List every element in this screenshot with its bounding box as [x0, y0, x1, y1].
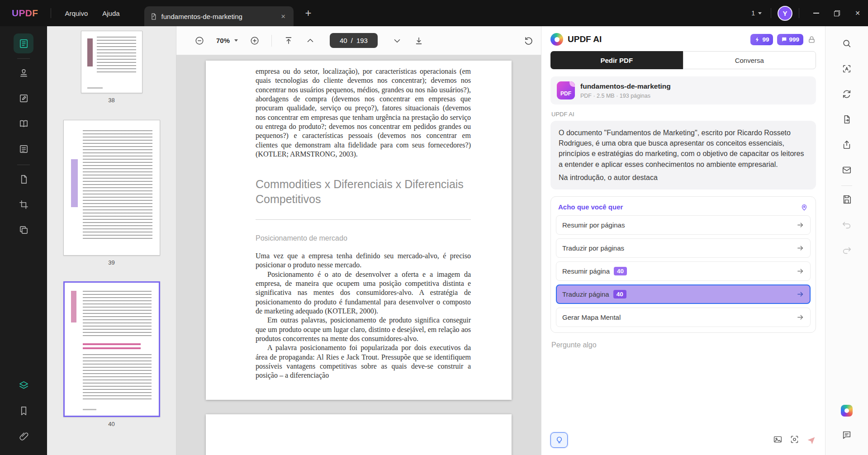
divider — [841, 185, 852, 186]
suggestion-resumir-por-paginas[interactable]: Resumir por páginas — [556, 215, 811, 235]
image-button[interactable] — [773, 435, 783, 446]
bookmarks-button[interactable] — [9, 399, 38, 424]
redo-button[interactable] — [833, 238, 860, 264]
share-button[interactable] — [833, 133, 860, 158]
form-tool-button[interactable] — [9, 137, 38, 162]
first-page-button[interactable] — [284, 36, 294, 46]
maximize-button[interactable] — [826, 0, 847, 26]
zoom-level-dropdown[interactable]: 70% — [216, 37, 238, 44]
zoom-in-button[interactable] — [250, 36, 260, 46]
file-name: fundamentos-de-marketing — [580, 82, 671, 90]
minimize-button[interactable] — [806, 0, 826, 26]
avatar[interactable]: Y — [778, 6, 792, 21]
ai-input-area — [550, 337, 816, 455]
menu-ajuda[interactable]: Ajuda — [95, 9, 127, 17]
page-separator: / — [351, 37, 353, 44]
send-icon — [806, 436, 816, 445]
thumbnail-panel-button[interactable] — [9, 31, 38, 56]
divider — [271, 35, 272, 47]
suggestions-panel: Acho que você quer Resumir por páginas T… — [550, 196, 816, 333]
ai-panel-title: UPDF AI — [568, 34, 602, 44]
menu-arquivo[interactable]: Arquivo — [57, 9, 95, 17]
paperclip-icon — [19, 431, 29, 443]
titlebar: UPDF Arquivo Ajuda fundamentos-de-market… — [0, 0, 868, 26]
message-count: 999 — [789, 36, 799, 43]
chevron-down-icon — [758, 12, 762, 14]
updf-ai-button[interactable] — [833, 398, 860, 423]
reader-tool-button[interactable] — [9, 112, 38, 137]
ai-message: O documento "Fundamentos de Marketing", … — [550, 121, 816, 190]
file-card[interactable]: PDF fundamentos-de-marketing PDF · 2.5 M… — [550, 76, 816, 104]
document-canvas[interactable]: empresa ou do setor, localização), por c… — [176, 55, 541, 455]
arrow-right-icon — [797, 221, 804, 229]
attachments-button[interactable] — [9, 424, 38, 450]
suggestion-resumir-pagina[interactable]: Resumir página 40 — [556, 261, 811, 281]
thumb-decoration — [71, 159, 78, 207]
rotate-page-button[interactable] — [524, 36, 534, 46]
input-actions — [550, 432, 816, 448]
updf-logo: UPDF — [12, 8, 38, 19]
annotate-tool-button[interactable] — [9, 86, 38, 112]
last-page-button[interactable] — [414, 36, 424, 46]
close-button[interactable]: ✕ — [847, 0, 868, 26]
document-tab[interactable]: fundamentos-de-marketing ✕ — [144, 6, 294, 26]
suggestion-traduzir-pagina-selected[interactable]: Traduzir página 40 — [556, 284, 811, 304]
idea-suggestions-button[interactable] — [550, 432, 568, 448]
stamp-tool-button[interactable] — [9, 61, 38, 86]
thumbnail-page-40-selected[interactable] — [63, 281, 160, 417]
divider — [17, 58, 30, 59]
next-page-button[interactable] — [392, 36, 402, 46]
thumbnail-page-38[interactable] — [81, 31, 142, 93]
thumbnail-page-39[interactable] — [63, 120, 160, 256]
ask-input[interactable] — [550, 337, 816, 353]
divider — [799, 8, 799, 18]
thumb-text-lines — [97, 37, 136, 75]
suggestion-label: Traduzir página — [562, 290, 609, 298]
maximize-icon — [834, 10, 840, 16]
feedback-button[interactable] — [833, 423, 860, 449]
chat-bubble-icon — [781, 37, 787, 43]
organize-pages-button[interactable] — [9, 218, 38, 243]
tab-close-icon[interactable]: ✕ — [279, 12, 288, 21]
screenshot-icon — [790, 435, 799, 444]
suggestions-title: Acho que você quer — [558, 203, 623, 211]
crop-tool-button[interactable] — [9, 193, 38, 218]
zoom-out-button[interactable] — [194, 36, 204, 46]
new-tab-button[interactable]: + — [301, 7, 316, 19]
mail-button[interactable] — [833, 158, 860, 184]
previous-page-button[interactable] — [305, 36, 315, 46]
search-button[interactable] — [833, 32, 860, 57]
layers-button[interactable] — [9, 374, 38, 399]
window-body: 38 39 40 — [0, 26, 868, 455]
suggestion-label: Gerar Mapa Mental — [562, 313, 621, 321]
thumb-text-lines — [83, 354, 152, 401]
ai-message-paragraph: Na introdução, o autor destaca — [559, 172, 808, 183]
export-icon — [842, 114, 852, 126]
chevron-down-icon — [234, 39, 238, 42]
current-page: 40 — [340, 37, 347, 44]
screenshot-button[interactable] — [790, 435, 799, 446]
undo-button[interactable] — [833, 213, 860, 238]
suggestion-traduzir-por-paginas[interactable]: Traduzir por páginas — [556, 238, 811, 258]
convert-icon — [842, 89, 852, 101]
view-toolbar: 70% 40 / 193 — [176, 26, 541, 55]
lock-icon[interactable] — [807, 35, 816, 44]
page-indicator[interactable]: 40 / 193 — [330, 33, 378, 48]
ai-tabs: Pedir PDF Conversa — [550, 51, 816, 69]
ocr-button[interactable] — [833, 57, 860, 82]
document-tool-button[interactable] — [9, 167, 38, 193]
messages-badge[interactable]: 999 — [777, 34, 803, 45]
convert-button[interactable] — [833, 82, 860, 108]
pin-icon[interactable] — [800, 203, 808, 211]
window-count-dropdown[interactable]: 1 — [749, 9, 764, 17]
export-button[interactable] — [833, 108, 860, 133]
send-button[interactable] — [806, 436, 816, 445]
credits-badge[interactable]: 99 — [750, 34, 773, 45]
tab-conversa[interactable]: Conversa — [683, 51, 816, 69]
suggestion-gerar-mapa-mental[interactable]: Gerar Mapa Mental — [556, 308, 811, 327]
thumbnail-page-number: 39 — [108, 259, 114, 266]
credit-count: 99 — [762, 36, 769, 43]
tab-pedir-pdf[interactable]: Pedir PDF — [550, 51, 683, 69]
updf-ai-panel: UPDF AI 99 999 Pedir PDF — [541, 26, 825, 455]
save-button[interactable] — [833, 188, 860, 213]
